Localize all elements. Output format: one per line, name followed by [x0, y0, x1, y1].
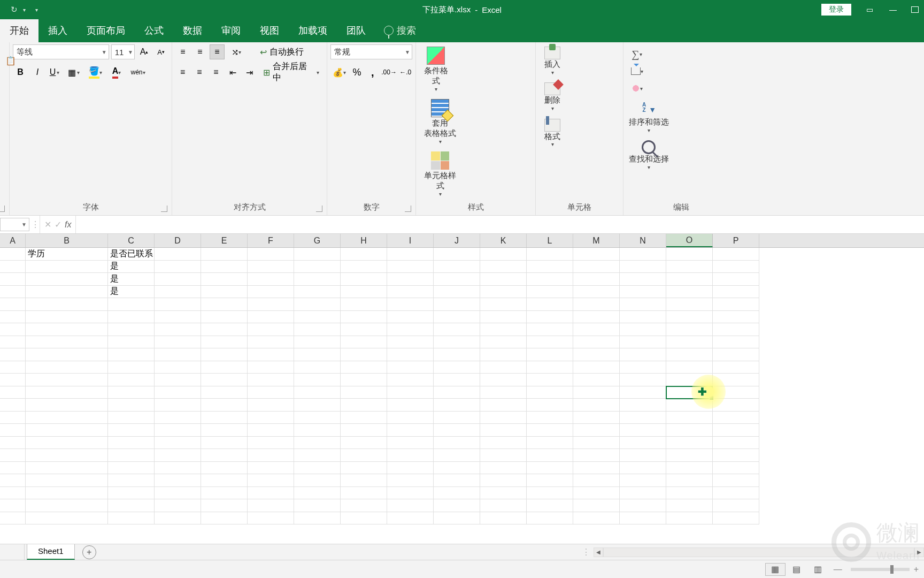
cell-K22[interactable] — [480, 512, 527, 525]
cell-N1[interactable] — [620, 248, 666, 261]
cell-J18[interactable] — [434, 462, 480, 475]
cell-C15[interactable] — [108, 424, 155, 437]
cell-E15[interactable] — [201, 424, 248, 437]
cell-K18[interactable] — [480, 462, 527, 475]
cell-H4[interactable] — [341, 286, 387, 299]
cell-E18[interactable] — [201, 462, 248, 475]
cell-F9[interactable] — [248, 348, 294, 361]
zoom-out-button[interactable]: — — [834, 565, 842, 574]
cell-J11[interactable] — [434, 374, 480, 386]
cell-G12[interactable] — [294, 386, 341, 399]
cell-I13[interactable] — [387, 399, 434, 412]
cell-E12[interactable] — [201, 386, 248, 399]
cell-N18[interactable] — [620, 462, 666, 475]
cell-J4[interactable] — [434, 286, 480, 299]
redo-dropdown-icon[interactable]: ▾ — [23, 7, 26, 13]
align-middle-button[interactable]: ≡ — [192, 44, 207, 59]
cell-E17[interactable] — [201, 449, 248, 462]
clipboard-launcher-icon[interactable] — [0, 206, 5, 212]
column-header-J[interactable]: J — [434, 234, 480, 247]
cell-J2[interactable] — [434, 261, 480, 273]
cell-I8[interactable] — [387, 336, 434, 349]
format-cells-button[interactable]: 格式▾ — [539, 117, 566, 150]
column-header-H[interactable]: H — [341, 234, 387, 247]
scroll-left-button[interactable]: ◀ — [594, 547, 603, 557]
cell-A15[interactable] — [0, 424, 26, 437]
cell-K2[interactable] — [480, 261, 527, 273]
qat-customize-icon[interactable]: ▾ — [35, 7, 38, 13]
cell-M13[interactable] — [573, 399, 620, 412]
border-button[interactable]: ▦▾ — [64, 65, 83, 80]
cell-P9[interactable] — [713, 348, 759, 361]
cell-M16[interactable] — [573, 437, 620, 450]
cell-I6[interactable] — [387, 311, 434, 324]
cell-I7[interactable] — [387, 323, 434, 336]
cell-I14[interactable] — [387, 412, 434, 424]
cell-C2[interactable]: 是 — [108, 261, 155, 273]
cell-E22[interactable] — [201, 512, 248, 525]
cell-M21[interactable] — [573, 499, 620, 512]
cell-A10[interactable] — [0, 361, 26, 374]
cell-J15[interactable] — [434, 424, 480, 437]
cell-F11[interactable] — [248, 374, 294, 386]
cell-F18[interactable] — [248, 462, 294, 475]
accounting-format-button[interactable]: 💰▾ — [330, 65, 348, 80]
cell-O18[interactable] — [666, 462, 713, 475]
cell-O8[interactable] — [666, 336, 713, 349]
cell-P10[interactable] — [713, 361, 759, 374]
cell-N15[interactable] — [620, 424, 666, 437]
cell-K5[interactable] — [480, 298, 527, 311]
zoom-in-button[interactable]: + — [914, 565, 919, 574]
cell-H5[interactable] — [341, 298, 387, 311]
enter-formula-button[interactable]: ✓ — [55, 219, 61, 230]
cell-E13[interactable] — [201, 399, 248, 412]
cell-O1[interactable] — [666, 248, 713, 261]
number-format-dropdown[interactable]: 常规 ▼ — [330, 44, 412, 59]
cell-M17[interactable] — [573, 449, 620, 462]
cell-K14[interactable] — [480, 412, 527, 424]
cell-L1[interactable] — [527, 248, 573, 261]
cell-E16[interactable] — [201, 437, 248, 450]
cell-F2[interactable] — [248, 261, 294, 273]
cell-G1[interactable] — [294, 248, 341, 261]
cell-F21[interactable] — [248, 499, 294, 512]
cell-L10[interactable] — [527, 361, 573, 374]
cell-A8[interactable] — [0, 336, 26, 349]
cell-I12[interactable] — [387, 386, 434, 399]
merge-center-button[interactable]: ⊞ 合并后居中 ▾ — [259, 65, 324, 80]
increase-indent-button[interactable]: ⇥ — [242, 65, 257, 80]
zoom-slider[interactable] — [851, 568, 910, 571]
cell-B3[interactable] — [26, 273, 108, 286]
cell-A19[interactable] — [0, 474, 26, 487]
cell-B22[interactable] — [26, 512, 108, 525]
cell-D10[interactable] — [155, 361, 201, 374]
align-left-button[interactable]: ≡ — [175, 65, 190, 80]
cell-N14[interactable] — [620, 412, 666, 424]
cell-G18[interactable] — [294, 462, 341, 475]
column-header-I[interactable]: I — [387, 234, 434, 247]
cell-F14[interactable] — [248, 412, 294, 424]
cell-B20[interactable] — [26, 487, 108, 500]
cell-N2[interactable] — [620, 261, 666, 273]
cell-K20[interactable] — [480, 487, 527, 500]
cell-F5[interactable] — [248, 298, 294, 311]
cell-P8[interactable] — [713, 336, 759, 349]
cell-L19[interactable] — [527, 474, 573, 487]
cell-styles-button[interactable]: 单元格样式▾ — [419, 149, 461, 200]
cell-M20[interactable] — [573, 487, 620, 500]
column-header-F[interactable]: F — [248, 234, 294, 247]
clear-button[interactable]: ▾ — [628, 81, 646, 96]
fill-color-button[interactable]: 🪣▾ — [86, 65, 105, 80]
minimize-button[interactable]: — — [888, 5, 898, 14]
cell-A11[interactable] — [0, 374, 26, 386]
cell-L16[interactable] — [527, 437, 573, 450]
cell-B8[interactable] — [26, 336, 108, 349]
cell-P5[interactable] — [713, 298, 759, 311]
column-header-M[interactable]: M — [573, 234, 620, 247]
cell-L12[interactable] — [527, 386, 573, 399]
cell-L6[interactable] — [527, 311, 573, 324]
cell-E2[interactable] — [201, 261, 248, 273]
cell-F7[interactable] — [248, 323, 294, 336]
cell-H20[interactable] — [341, 487, 387, 500]
cell-B1[interactable]: 学历 — [26, 248, 108, 261]
